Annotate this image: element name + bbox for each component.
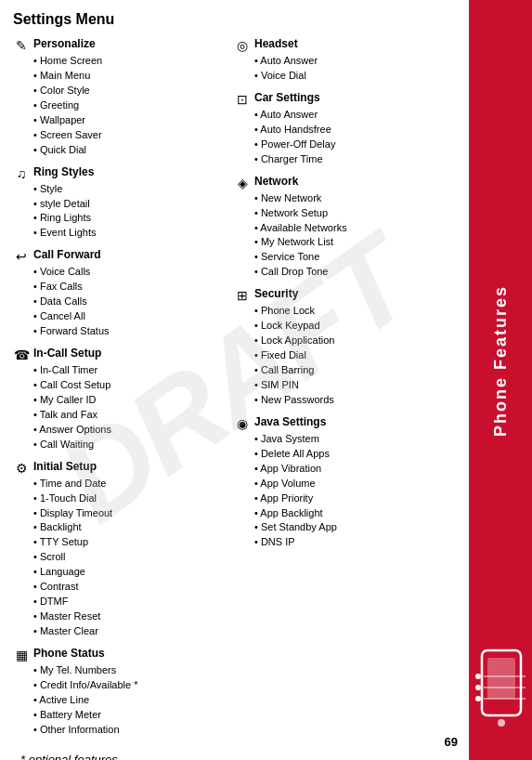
- list-item: Backlight: [33, 520, 227, 535]
- section-header-headset: ◎Headset: [234, 37, 440, 53]
- section-title-call-forward: Call Forward: [33, 248, 101, 261]
- list-item: Call Waiting: [33, 438, 227, 452]
- list-item: Lock Keypad: [254, 319, 440, 334]
- network-icon: ◈: [234, 176, 251, 190]
- section-header-network: ◈Network: [234, 175, 440, 190]
- section-phone-status: ▦Phone StatusMy Tel. NumbersCredit Info/…: [13, 647, 227, 738]
- list-item: Cancel All: [33, 309, 227, 324]
- section-header-in-call-setup: ☎In-Call Setup: [13, 347, 227, 362]
- section-call-forward: ↩Call ForwardVoice CallsFax CallsData Ca…: [13, 248, 227, 339]
- list-item: App Vibration: [254, 462, 440, 477]
- section-header-personalize: ✎Personalize: [13, 37, 227, 53]
- java-settings-icon: ◉: [234, 416, 251, 431]
- list-item: Delete All Apps: [254, 447, 440, 462]
- right-column: ◎HeadsetAuto AnswerVoice Dial⊡Car Settin…: [227, 37, 440, 745]
- svg-point-3: [475, 674, 481, 679]
- svg-rect-1: [487, 658, 515, 699]
- list-item: Main Menu: [33, 69, 227, 84]
- section-title-java-settings: Java Settings: [254, 415, 326, 428]
- section-items-personalize: Home ScreenMain MenuColor StyleGreetingW…: [13, 54, 227, 158]
- section-title-in-call-setup: In-Call Setup: [33, 347, 101, 360]
- list-item: Quick Dial: [33, 143, 227, 158]
- list-item: Display Timeout: [33, 506, 227, 521]
- list-item: Auto Handsfree: [254, 123, 440, 138]
- list-item: SIM PIN: [254, 378, 440, 393]
- section-items-call-forward: Voice CallsFax CallsData CallsCancel All…: [13, 265, 227, 339]
- section-header-security: ⊞Security: [234, 287, 440, 303]
- section-items-network: New NetworkNetwork SetupAvailable Networ…: [234, 191, 440, 281]
- list-item: Call Cost Setup: [33, 378, 227, 393]
- section-items-security: Phone LockLock KeypadLock ApplicationFix…: [234, 304, 440, 408]
- list-item: Set Standby App: [254, 520, 440, 535]
- section-in-call-setup: ☎In-Call SetupIn-Call TimerCall Cost Set…: [13, 347, 227, 452]
- columns-container: ✎PersonalizeHome ScreenMain MenuColor St…: [13, 37, 460, 745]
- personalize-icon: ✎: [13, 38, 30, 53]
- svg-point-5: [475, 696, 481, 701]
- section-title-headset: Headset: [254, 37, 298, 50]
- page-number: 69: [445, 735, 458, 749]
- list-item: My Caller ID: [33, 393, 227, 408]
- phone-status-icon: ▦: [13, 648, 30, 662]
- svg-point-4: [475, 685, 481, 690]
- list-item: Data Calls: [33, 295, 227, 309]
- list-item: Color Style: [33, 84, 227, 98]
- list-item: In-Call Timer: [33, 363, 227, 378]
- section-security: ⊞SecurityPhone LockLock KeypadLock Appli…: [234, 287, 440, 408]
- initial-setup-icon: ⚙: [13, 461, 30, 476]
- list-item: Auto Answer: [254, 54, 440, 69]
- page-title: Settings Menu: [13, 11, 460, 28]
- list-item: Active Line: [33, 693, 227, 708]
- list-item: Available Networks: [254, 221, 440, 236]
- list-item: Battery Meter: [33, 708, 227, 723]
- svg-point-2: [498, 719, 505, 727]
- list-item: Master Reset: [33, 609, 227, 624]
- list-item: Call Barring: [254, 363, 440, 378]
- list-item: Auto Answer: [254, 108, 440, 123]
- list-item: DNS IP: [254, 535, 440, 550]
- list-item: Greeting: [33, 98, 227, 113]
- section-items-ring-styles: Style style DetailRing LightsEvent Light…: [13, 182, 227, 242]
- section-items-java-settings: Java SystemDelete All AppsApp VibrationA…: [234, 432, 440, 551]
- list-item: DTMF: [33, 595, 227, 609]
- list-item: Ring Lights: [33, 211, 227, 226]
- ring-styles-icon: ♫: [13, 166, 30, 181]
- section-title-ring-styles: Ring Styles: [33, 165, 94, 178]
- list-item: New Passwords: [254, 393, 440, 408]
- list-item: Time and Date: [33, 477, 227, 491]
- section-initial-setup: ⚙Initial SetupTime and Date1-Touch DialD…: [13, 460, 227, 639]
- section-header-java-settings: ◉Java Settings: [234, 415, 440, 431]
- list-item: Power-Off Delay: [254, 138, 440, 152]
- section-title-initial-setup: Initial Setup: [33, 460, 97, 473]
- phone-icon: [474, 649, 528, 732]
- section-header-call-forward: ↩Call Forward: [13, 248, 227, 264]
- list-item: Event Lights: [33, 226, 227, 241]
- right-tab-label: Phone Features: [491, 285, 511, 437]
- list-item: My Tel. Numbers: [33, 663, 227, 678]
- list-item: Fax Calls: [33, 280, 227, 295]
- list-item: Lock Application: [254, 334, 440, 348]
- list-item: style Detail: [33, 197, 227, 212]
- list-item: Voice Dial: [254, 69, 440, 84]
- list-item: My Network List: [254, 235, 440, 250]
- car-settings-icon: ⊡: [234, 92, 251, 107]
- list-item: Screen Saver: [33, 128, 227, 143]
- section-header-car-settings: ⊡Car Settings: [234, 91, 440, 107]
- list-item: Call Drop Tone: [254, 265, 440, 280]
- section-header-initial-setup: ⚙Initial Setup: [13, 460, 227, 476]
- list-item: Charger Time: [254, 152, 440, 167]
- section-items-car-settings: Auto AnswerAuto HandsfreePower-Off Delay…: [234, 108, 440, 167]
- list-item: App Priority: [254, 491, 440, 506]
- section-items-in-call-setup: In-Call TimerCall Cost SetupMy Caller ID…: [13, 363, 227, 452]
- list-item: Home Screen: [33, 54, 227, 69]
- left-column: ✎PersonalizeHome ScreenMain MenuColor St…: [13, 37, 227, 745]
- list-item: TTY Setup: [33, 535, 227, 550]
- list-item: Answer Options: [33, 423, 227, 438]
- list-item: Style: [33, 182, 227, 197]
- list-item: New Network: [254, 191, 440, 206]
- section-network: ◈NetworkNew NetworkNetwork SetupAvailabl…: [234, 175, 440, 281]
- headset-icon: ◎: [234, 38, 251, 53]
- section-items-phone-status: My Tel. NumbersCredit Info/Available *Ac…: [13, 663, 227, 738]
- section-title-security: Security: [254, 287, 298, 300]
- list-item: Language: [33, 565, 227, 580]
- list-item: Service Tone: [254, 250, 440, 265]
